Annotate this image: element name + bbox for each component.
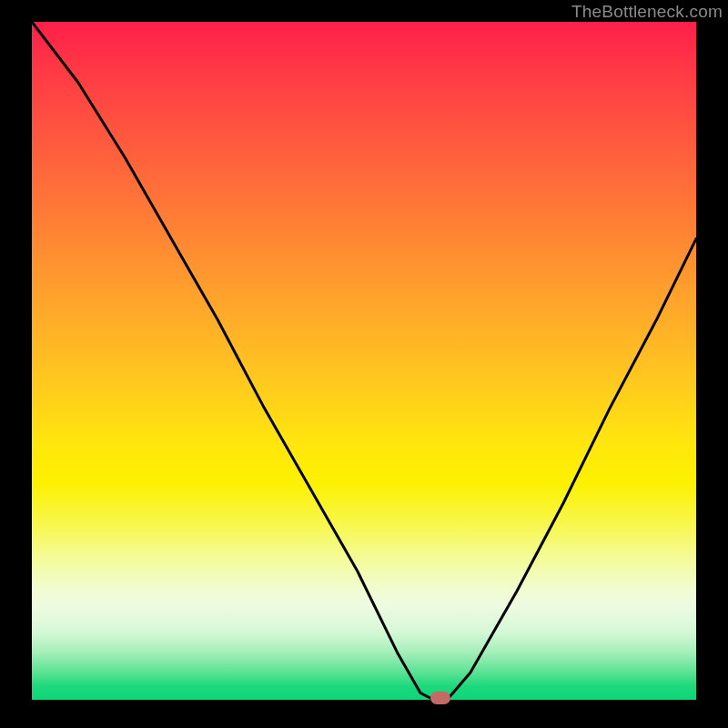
- chart-frame: TheBottleneck.com: [0, 0, 728, 728]
- watermark-text: TheBottleneck.com: [571, 2, 723, 22]
- bottleneck-curve: [32, 22, 696, 700]
- optimal-marker: [430, 692, 450, 704]
- plot-area: [32, 22, 696, 700]
